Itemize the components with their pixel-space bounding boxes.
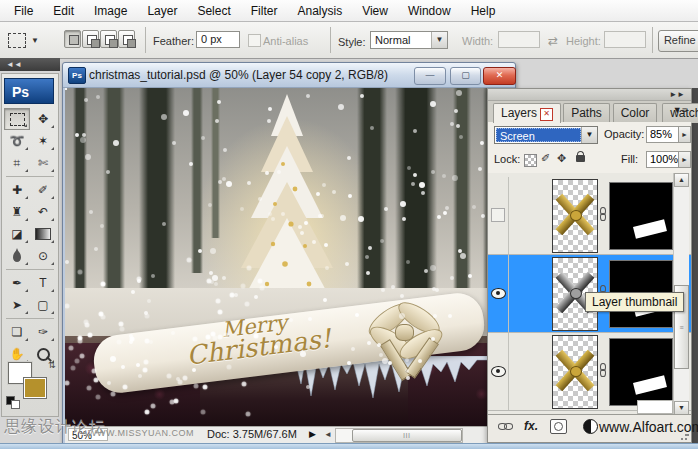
chevron-down-icon: ▼ [581, 127, 597, 143]
maximize-button[interactable]: ▢ [450, 67, 481, 85]
layer-thumbnail-gold-bow[interactable] [552, 335, 598, 409]
brush-tool[interactable]: ✐ [30, 179, 56, 201]
eyedropper-tool[interactable]: ✑ [30, 321, 56, 343]
refine-edge-button[interactable]: Refine E [658, 30, 698, 52]
chevron-down-icon: ▼ [431, 32, 447, 48]
type-tool[interactable]: T [30, 272, 56, 294]
color-swatches: ⇅ [6, 360, 56, 406]
separator [330, 27, 331, 53]
healing-brush-tool[interactable]: ✚ [4, 179, 30, 201]
swap-colors-icon[interactable]: ⇅ [48, 360, 56, 370]
collapse-panel-dock-button[interactable]: ►► [488, 89, 691, 101]
mask-link-icon[interactable] [599, 207, 607, 223]
minimize-button[interactable]: — [414, 67, 446, 85]
menu-help[interactable]: Help [461, 2, 506, 20]
visibility-well[interactable] [488, 255, 509, 332]
visibility-well[interactable] [488, 333, 509, 410]
lock-position-icon[interactable]: ✥ [557, 152, 566, 165]
window-bottom-edge [0, 443, 698, 449]
layer-row[interactable] [488, 177, 691, 255]
history-brush-tool[interactable]: ↶ [30, 201, 56, 223]
style-value: Normal [375, 34, 410, 46]
menu-image[interactable]: Image [84, 2, 137, 20]
gradient-tool[interactable] [30, 223, 56, 245]
rectangular-marquee-tool[interactable] [4, 108, 30, 130]
alfoart-logo-icon [583, 419, 598, 434]
panel-tab-bar: Layers✕PathsColorwatches [488, 101, 691, 123]
default-colors-icon[interactable] [6, 396, 20, 407]
fill-spinner[interactable]: ► [678, 151, 691, 168]
menu-analysis[interactable]: Analysis [287, 2, 352, 20]
document-titlebar[interactable]: Ps christmas_tutorial.psd @ 50% (Layer 5… [63, 63, 515, 88]
shape-tool[interactable]: ▢ [30, 294, 56, 316]
layer-mask-thumbnail[interactable] [609, 338, 673, 406]
add-to-selection-button[interactable] [82, 30, 99, 48]
collapse-dock-button[interactable]: ◄◄ [0, 58, 60, 71]
blur-tool[interactable] [4, 245, 30, 267]
visibility-empty-box[interactable] [491, 208, 505, 222]
dodge-tool[interactable]: ⊙ [30, 245, 56, 267]
scroll-left-arrow-icon[interactable]: ◄ [324, 430, 332, 439]
notes-tool[interactable]: ❏ [4, 321, 30, 343]
pen-tool[interactable]: ✒ [4, 272, 30, 294]
layer-styles-icon[interactable]: fx. [524, 419, 538, 433]
background-color-swatch[interactable] [23, 377, 47, 399]
marquee-preset-icon [8, 33, 26, 48]
tab-layers[interactable]: Layers✕ [493, 103, 561, 123]
mask-link-icon[interactable] [599, 363, 607, 379]
close-button[interactable]: ✕ [483, 67, 516, 85]
menu-view[interactable]: View [352, 2, 398, 20]
menu-filter[interactable]: Filter [241, 2, 288, 20]
opacity-spinner[interactable]: ► [678, 126, 691, 143]
lasso-tool[interactable]: ➰ [4, 130, 30, 152]
blend-options-row: Screen ▼ Opacity: 85% ► [488, 122, 691, 148]
opacity-label: Opacity: [604, 128, 644, 140]
add-layer-mask-icon[interactable] [550, 419, 567, 434]
path-selection-tool[interactable]: ➤ [4, 294, 30, 316]
visibility-well[interactable] [488, 177, 509, 254]
tab-paths[interactable]: Paths [563, 103, 610, 123]
status-menu-arrow-icon[interactable]: ▶ [309, 429, 316, 439]
eye-icon[interactable] [491, 366, 506, 377]
anti-alias-checkbox[interactable] [248, 34, 261, 47]
menu-edit[interactable]: Edit [43, 2, 84, 20]
opacity-field[interactable]: 85% [646, 126, 680, 143]
move-tool[interactable]: ✥ [30, 108, 56, 130]
tab-color[interactable]: Color [613, 103, 658, 123]
menu-window[interactable]: Window [398, 2, 461, 20]
crop-tool[interactable]: ⌗ [4, 152, 30, 174]
tool-preset-picker[interactable]: ▼ [8, 30, 48, 50]
fill-field[interactable]: 100% [646, 151, 680, 168]
subtract-from-selection-button[interactable] [100, 30, 117, 48]
lock-all-icon[interactable] [576, 155, 585, 162]
layer-mask-thumbnail[interactable] [609, 182, 673, 250]
blend-mode-dropdown[interactable]: Screen ▼ [494, 126, 598, 144]
layer-thumbnail-gold-bow[interactable] [552, 179, 598, 253]
menu-select[interactable]: Select [187, 2, 240, 20]
eraser-tool[interactable]: ◪ [4, 223, 30, 245]
scroll-down-arrow-icon[interactable]: ▼ [674, 401, 689, 415]
psd-file-icon: Ps [68, 67, 86, 84]
tree-trunk [73, 88, 87, 293]
style-dropdown[interactable]: Normal ▼ [370, 31, 448, 49]
slice-tool[interactable]: ✄ [30, 152, 56, 174]
photoshop-logo: Ps [4, 78, 54, 104]
blend-mode-value: Screen [496, 128, 581, 142]
panel-menu-icon[interactable]: ▼≡ [673, 105, 687, 115]
clone-stamp-tool[interactable]: ♜ [4, 201, 30, 223]
lock-transparency-icon[interactable] [524, 154, 537, 167]
intersect-selection-button[interactable] [118, 30, 135, 48]
horizontal-scrollbar-thumb[interactable]: lll [352, 429, 462, 442]
link-layers-icon[interactable] [498, 420, 514, 433]
canvas[interactable]: Merry Christmas! [65, 88, 513, 426]
new-selection-button[interactable] [64, 30, 81, 48]
scroll-up-arrow-icon[interactable]: ▲ [674, 173, 689, 187]
menu-file[interactable]: File [4, 2, 43, 20]
horizontal-scrollbar[interactable]: lll [335, 428, 463, 443]
feather-input[interactable]: 0 px [196, 31, 240, 48]
eye-icon[interactable] [491, 288, 506, 299]
menu-layer[interactable]: Layer [137, 2, 187, 20]
tab-close-icon[interactable]: ✕ [540, 108, 553, 121]
lock-pixels-icon[interactable]: ✐ [541, 152, 550, 165]
magic-wand-tool[interactable]: ✶ [30, 130, 56, 152]
